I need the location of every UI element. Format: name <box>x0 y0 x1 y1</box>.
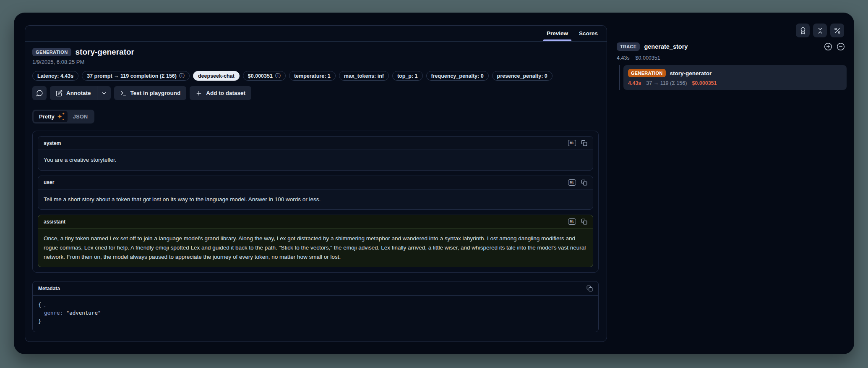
trace-cost: $0.000351 <box>636 55 660 61</box>
temperature-label: temperature: 1 <box>294 73 331 79</box>
metadata-json-viewer: {⌄ genre: "adventure" } <box>33 296 598 332</box>
collapse-button[interactable] <box>813 24 827 37</box>
action-row: Annotate Test in playground Add to datas… <box>32 86 599 100</box>
test-in-playground-label: Test in playground <box>130 90 181 96</box>
message-content: You are a creative storyteller. <box>38 150 593 170</box>
sidebar-toolbar <box>796 24 844 37</box>
tree-item-generation[interactable]: GENERATION story-generator 4.43s 37 → 11… <box>623 65 847 90</box>
frequency-penalty-label: frequency_penalty: 0 <box>431 73 484 79</box>
percent-icon <box>834 27 841 34</box>
latency-badge-label: Latency: 4.43s <box>37 73 73 79</box>
model-badge[interactable]: deepseek-chat <box>193 71 240 81</box>
edit-icon <box>56 90 63 97</box>
frequency-penalty-badge: frequency_penalty: 0 <box>426 71 489 81</box>
model-badge-label: deepseek-chat <box>198 73 235 79</box>
annotate-button[interactable]: Annotate <box>50 86 97 100</box>
presence-penalty-label: presence_penalty: 0 <box>497 73 547 79</box>
tab-pretty[interactable]: Pretty ✦ <box>34 111 68 122</box>
top-p-badge: top_p: 1 <box>392 71 423 81</box>
timestamp: 1/9/2025, 6:08:25 PM <box>32 59 599 65</box>
copy-icon[interactable] <box>581 179 587 186</box>
chevrons-collapse-icon <box>816 27 824 34</box>
cost-badge: $0.000351 ⓘ <box>243 71 286 81</box>
annotate-split-button: Annotate <box>50 86 111 100</box>
token-usage-badge: 37 prompt → 119 completion (Σ 156) ⓘ <box>82 71 190 81</box>
json-close-brace: } <box>38 318 42 324</box>
token-usage-label: 37 prompt → 119 completion (Σ 156) <box>87 73 177 79</box>
add-to-dataset-label: Add to dataset <box>206 90 245 96</box>
tab-preview[interactable]: Preview <box>541 26 573 41</box>
max-tokens-label: max_tokens: inf <box>344 73 384 79</box>
messages-container: system M↓ You are a creative storyteller… <box>32 131 599 273</box>
presence-penalty-badge: presence_penalty: 0 <box>492 71 553 81</box>
comment-button[interactable] <box>32 86 47 100</box>
collapse-chevron-icon[interactable]: ⌄ <box>44 303 46 308</box>
generation-type-badge: GENERATION <box>32 48 71 56</box>
tree-item-tokens: 37 → 119 (Σ 156) <box>646 80 687 86</box>
sparkles-icon: ✦ <box>57 114 62 119</box>
latency-badge: Latency: 4.43s <box>32 71 78 81</box>
observation-panel: Preview Scores GENERATION story-generato… <box>25 25 607 342</box>
tree-item-name: story-generator <box>670 70 712 76</box>
app-window: Preview Scores GENERATION story-generato… <box>14 13 854 354</box>
tree-item-latency: 4.43s <box>628 80 641 86</box>
message-content: Tell me a short story about a token that… <box>38 189 593 210</box>
message-card-user: user M↓ Tell me a short story about a to… <box>38 176 593 210</box>
generation-type-badge: GENERATION <box>628 69 666 77</box>
json-key: genre: <box>44 310 63 316</box>
io-format-tabs: Pretty ✦ JSON <box>32 110 94 124</box>
markdown-toggle-icon[interactable]: M↓ <box>568 140 576 146</box>
json-tab-label: JSON <box>73 113 88 120</box>
comment-icon <box>36 89 43 97</box>
markdown-toggle-icon[interactable]: M↓ <box>568 179 576 186</box>
chevron-down-icon <box>101 90 107 96</box>
markdown-toggle-icon[interactable]: M↓ <box>568 218 576 225</box>
copy-icon[interactable] <box>586 285 593 292</box>
max-tokens-badge: max_tokens: inf <box>339 71 389 81</box>
tree-item-cost: $0.000351 <box>692 80 717 86</box>
pretty-tab-label: Pretty <box>39 113 55 120</box>
plus-circle-icon <box>824 42 832 51</box>
temperature-badge: temperature: 1 <box>289 71 336 81</box>
trace-name: generate_story <box>644 43 820 50</box>
trace-latency: 4.43s <box>617 55 630 61</box>
copy-icon[interactable] <box>581 140 587 146</box>
minus-circle-icon <box>837 42 845 51</box>
cost-badge-label: $0.000351 <box>248 73 273 79</box>
percent-metrics-button[interactable] <box>830 24 844 37</box>
message-role: assistant <box>44 219 65 225</box>
panel-content: GENERATION story-generator 1/9/2025, 6:0… <box>25 42 607 332</box>
json-open-brace: { <box>38 302 42 308</box>
plus-icon <box>195 90 202 97</box>
expand-all-button[interactable] <box>824 42 832 51</box>
message-card-assistant: assistant M↓ Once, a tiny token named Le… <box>38 215 593 267</box>
trace-header: TRACE generate_story <box>617 42 845 51</box>
annotate-label: Annotate <box>66 90 91 96</box>
info-icon[interactable]: ⓘ <box>275 73 281 79</box>
annotate-scores-button[interactable] <box>796 24 810 37</box>
terminal-icon <box>120 90 127 97</box>
collapse-all-button[interactable] <box>837 42 845 51</box>
trace-tree: GENERATION story-generator 4.43s 37 → 11… <box>619 65 847 90</box>
page-title: story-generator <box>76 47 134 57</box>
json-value: "adventure" <box>66 310 101 316</box>
award-icon <box>799 27 807 34</box>
message-card-system: system M↓ You are a creative storyteller… <box>38 136 593 171</box>
add-to-dataset-button[interactable]: Add to dataset <box>190 86 251 100</box>
trace-stats: 4.43s $0.000351 <box>617 55 660 61</box>
message-role: system <box>44 140 61 146</box>
message-content: Once, a tiny token named Lex set off to … <box>38 229 593 267</box>
test-in-playground-button[interactable]: Test in playground <box>114 86 187 100</box>
panel-header: Preview Scores <box>25 26 607 42</box>
metadata-title: Metadata <box>38 286 60 292</box>
annotate-dropdown-button[interactable] <box>97 86 111 100</box>
top-p-label: top_p: 1 <box>397 73 418 79</box>
copy-icon[interactable] <box>581 218 587 225</box>
metrics-badge-row: Latency: 4.43s 37 prompt → 119 completio… <box>32 71 599 81</box>
info-icon[interactable]: ⓘ <box>179 73 185 79</box>
message-role: user <box>44 179 54 185</box>
metadata-section: Metadata {⌄ genre: "adventure" } <box>32 281 599 332</box>
trace-type-badge: TRACE <box>617 42 640 51</box>
tab-json[interactable]: JSON <box>68 111 93 122</box>
tab-scores[interactable]: Scores <box>573 26 603 41</box>
